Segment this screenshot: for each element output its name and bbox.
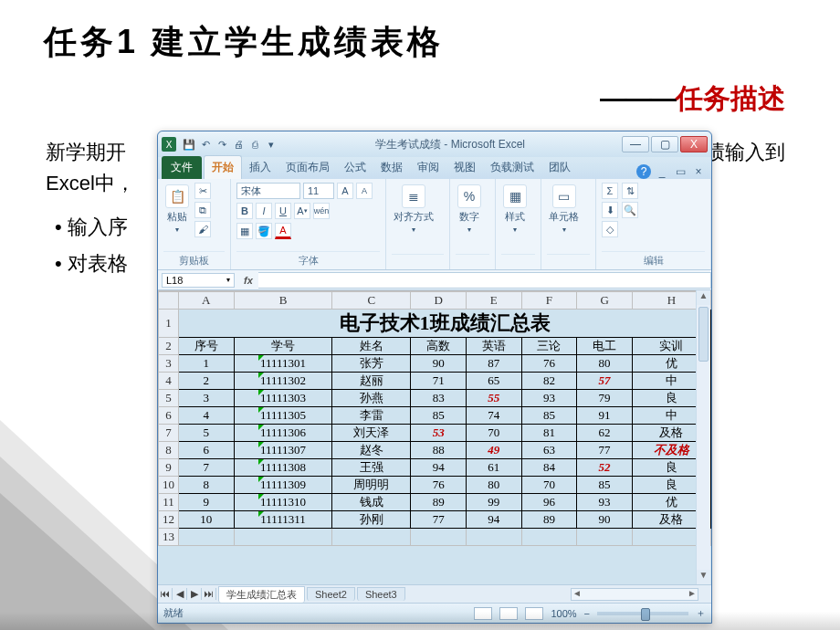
select-all-corner[interactable]	[159, 292, 179, 310]
qat-save-icon[interactable]: 💾	[182, 137, 196, 152]
empty-cell[interactable]	[521, 529, 577, 546]
data-cell[interactable]: 孙燕	[332, 390, 411, 407]
data-cell[interactable]: 85	[411, 407, 467, 425]
row-header[interactable]: 11	[159, 494, 179, 511]
sort-filter-icon[interactable]: ⇅	[622, 183, 638, 199]
header-cell[interactable]: 高数	[411, 338, 467, 355]
font-name-combo[interactable]: 宋体	[236, 183, 300, 199]
fx-icon[interactable]: fx	[244, 275, 253, 286]
data-cell[interactable]: 49	[467, 442, 522, 459]
sheet-nav-last-icon[interactable]: ⏭	[202, 588, 216, 600]
vertical-scrollbar[interactable]: ▲ ▼	[696, 290, 710, 584]
data-cell[interactable]: 84	[521, 459, 577, 477]
data-cell[interactable]: 87	[467, 355, 522, 373]
data-cell[interactable]: 1	[179, 355, 235, 373]
tab-view[interactable]: 视图	[446, 156, 483, 179]
tab-formulas[interactable]: 公式	[337, 156, 373, 179]
data-cell[interactable]: 82	[521, 373, 577, 390]
data-cell[interactable]: 刘天泽	[332, 425, 411, 442]
data-cell[interactable]: 11111306	[234, 425, 332, 442]
data-cell[interactable]: 52	[577, 459, 633, 477]
data-cell[interactable]: 80	[467, 477, 522, 494]
clear-icon[interactable]: ◇	[602, 221, 618, 237]
data-cell[interactable]: 65	[467, 373, 522, 390]
sheet-tab-2[interactable]: Sheet2	[307, 587, 355, 601]
help-icon[interactable]: ?	[636, 164, 651, 179]
data-cell[interactable]: 11111301	[234, 355, 332, 373]
data-cell[interactable]: 10	[179, 511, 235, 529]
window-titlebar[interactable]: X 💾 ↶ ↷ 🖨 ⎙ ▾ 学生考试成绩 - Microsoft Excel —…	[158, 131, 711, 157]
formula-input[interactable]	[258, 272, 711, 289]
format-painter-icon[interactable]: 🖌	[194, 221, 211, 237]
column-header[interactable]: A	[179, 292, 235, 310]
underline-button[interactable]: U	[275, 203, 291, 219]
tab-load-test[interactable]: 负载测试	[483, 156, 541, 179]
empty-cell[interactable]	[411, 529, 467, 546]
data-cell[interactable]: 70	[467, 425, 522, 442]
sheet-nav-prev-icon[interactable]: ◀	[173, 588, 187, 600]
alignment-button[interactable]: ≣对齐方式▾	[392, 183, 436, 236]
column-header[interactable]: C	[332, 292, 411, 310]
qat-preview-icon[interactable]: ⎙	[247, 137, 262, 152]
autosum-icon[interactable]: Σ	[602, 183, 618, 199]
data-cell[interactable]: 81	[521, 425, 577, 442]
column-header[interactable]: F	[521, 292, 577, 310]
data-cell[interactable]: 7	[179, 459, 235, 477]
tab-review[interactable]: 审阅	[410, 156, 446, 179]
cells-button[interactable]: ▭单元格▾	[547, 183, 581, 236]
data-cell[interactable]: 8	[179, 477, 235, 494]
data-cell[interactable]: 74	[467, 407, 522, 425]
empty-cell[interactable]	[234, 529, 332, 546]
data-cell[interactable]: 94	[411, 459, 467, 477]
row-header[interactable]: 9	[159, 459, 179, 477]
header-cell[interactable]: 电工	[577, 338, 633, 355]
data-cell[interactable]: 94	[467, 511, 522, 529]
copy-icon[interactable]: ⧉	[194, 202, 211, 218]
row-header[interactable]: 5	[159, 390, 179, 407]
row-header[interactable]: 4	[159, 373, 179, 390]
data-cell[interactable]: 6	[179, 442, 235, 459]
data-cell[interactable]: 55	[467, 390, 522, 407]
data-cell[interactable]: 90	[411, 355, 467, 373]
row-header[interactable]: 12	[159, 511, 179, 529]
data-cell[interactable]: 76	[411, 477, 467, 494]
scroll-up-icon[interactable]: ▲	[697, 290, 710, 305]
scroll-down-icon[interactable]: ▼	[697, 570, 710, 584]
data-cell[interactable]: 53	[411, 425, 467, 442]
column-header[interactable]: E	[467, 292, 522, 310]
bold-button[interactable]: B	[236, 203, 253, 219]
empty-cell[interactable]	[467, 529, 522, 546]
data-cell[interactable]: 79	[577, 390, 633, 407]
data-cell[interactable]: 11111308	[234, 459, 332, 477]
header-cell[interactable]: 三论	[521, 338, 577, 355]
column-header[interactable]: D	[411, 292, 467, 310]
scroll-thumb[interactable]	[698, 307, 709, 362]
data-cell[interactable]: 93	[577, 494, 633, 511]
table-title-cell[interactable]: 电子技术1班成绩汇总表	[179, 310, 711, 338]
maximize-button[interactable]: ▢	[651, 136, 678, 152]
data-cell[interactable]: 4	[179, 407, 235, 425]
data-cell[interactable]: 90	[577, 511, 633, 529]
qat-undo-icon[interactable]: ↶	[198, 137, 213, 152]
data-cell[interactable]: 88	[411, 442, 467, 459]
mdi-restore-icon[interactable]: ▭	[673, 164, 688, 179]
data-cell[interactable]: 张芳	[332, 355, 411, 373]
grow-font-icon[interactable]: A	[337, 183, 353, 199]
name-box[interactable]: L18▾	[162, 273, 235, 288]
fill-color-icon[interactable]: 🪣	[256, 223, 272, 239]
data-cell[interactable]: 85	[521, 407, 577, 425]
data-cell[interactable]: 11111307	[234, 442, 332, 459]
data-cell[interactable]: 周明明	[332, 477, 411, 494]
border-icon[interactable]: ▦	[236, 223, 253, 239]
data-cell[interactable]: 王强	[332, 459, 411, 477]
empty-cell[interactable]	[577, 529, 633, 546]
font-size-combo[interactable]: 11	[303, 183, 334, 199]
data-cell[interactable]: 61	[467, 459, 522, 477]
data-cell[interactable]: 赵丽	[332, 373, 411, 390]
tab-home[interactable]: 开始	[204, 155, 242, 179]
header-cell[interactable]: 姓名	[332, 338, 411, 355]
data-cell[interactable]: 11111302	[234, 373, 332, 390]
horizontal-scrollbar[interactable]	[571, 588, 698, 601]
empty-cell[interactable]	[179, 529, 235, 546]
data-cell[interactable]: 80	[577, 355, 633, 373]
